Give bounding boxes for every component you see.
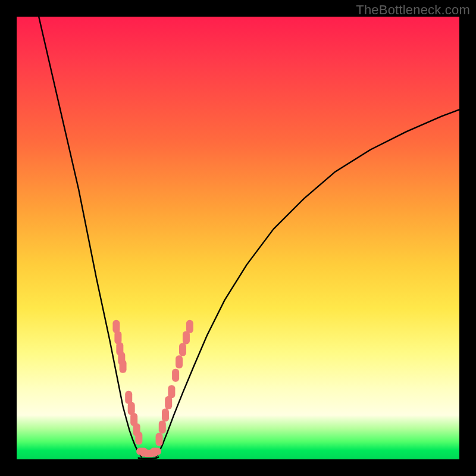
marker-right-upper (179, 343, 186, 356)
marker-right-lower (168, 385, 175, 398)
marker-right-lower (162, 409, 169, 422)
marker-right-upper (176, 355, 183, 368)
marker-right-lower (159, 421, 166, 434)
marker-right-upper (172, 369, 179, 382)
chart-svg (17, 17, 459, 459)
marker-bottom (150, 448, 161, 455)
marker-right-upper (183, 331, 190, 344)
marker-left-upper (120, 360, 127, 373)
marker-right-upper (186, 320, 193, 333)
marker-left-lower (135, 431, 142, 444)
series-left-curve (39, 17, 142, 457)
watermark-text: TheBottleneck.com (356, 2, 470, 18)
chart-frame: TheBottleneck.com (0, 0, 476, 476)
marker-right-lower (156, 433, 163, 446)
marker-layer (112, 320, 193, 458)
plot-area (17, 17, 459, 459)
series-right-curve (156, 109, 459, 456)
series-layer (39, 17, 459, 459)
